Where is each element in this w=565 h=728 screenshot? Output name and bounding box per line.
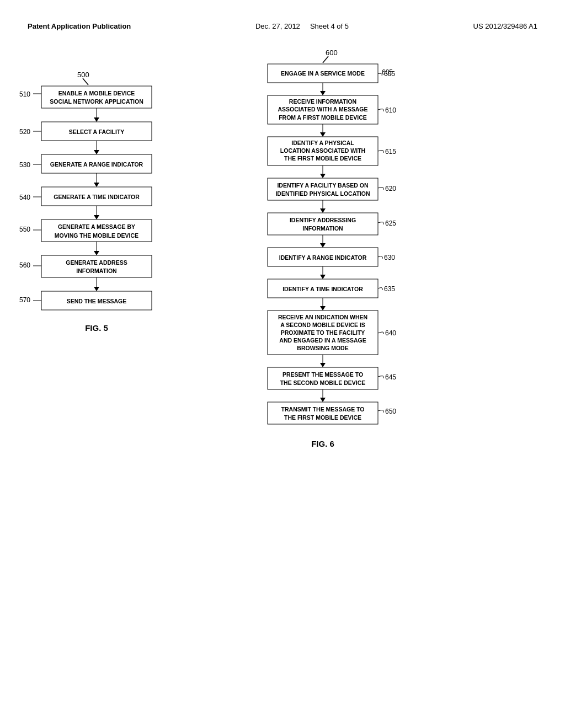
- svg-marker-31: [320, 91, 326, 95]
- header-publication-label: Patent Application Publication: [28, 22, 131, 30]
- fig6-flowchart: 600 ENGAGE IN A SERVICE MODE 605 605 REC…: [237, 44, 419, 651]
- step-615: IDENTIFY A PHYSICAL LOCATION ASSOCIATED …: [268, 137, 396, 165]
- step-620: IDENTIFY A FACILITY BASED ON IDENTIFIED …: [268, 178, 396, 200]
- step-620-ref: 620: [385, 185, 396, 192]
- step-520: 520 SELECT A FACILITY: [19, 122, 152, 141]
- step-610-text2: ASSOCIATED WITH A MESSAGE: [278, 106, 368, 113]
- step-520-label: 520: [19, 128, 30, 136]
- svg-rect-22: [41, 255, 152, 277]
- step-640-text1: RECEIVE AN INDICATION WHEN: [278, 314, 367, 320]
- step-610-text1: RECEIVE INFORMATION: [289, 98, 356, 105]
- step-645-text1: PRESENT THE MESSAGE TO: [282, 371, 363, 378]
- header-date-sheet: Dec. 27, 2012 Sheet 4 of 5: [255, 22, 349, 30]
- svg-rect-56: [268, 402, 378, 424]
- svg-rect-38: [268, 178, 378, 200]
- svg-marker-34: [320, 132, 326, 137]
- step-550-text2: MOVING THE MOBILE DEVICE: [55, 232, 138, 239]
- step-630-text: IDENTIFY A RANGE INDICATOR: [279, 254, 367, 261]
- step-510-text1: ENABLE A MOBILE DEVICE: [58, 90, 135, 97]
- step-560-label: 560: [19, 261, 30, 269]
- step-605-text: ENGAGE IN A SERVICE MODE: [281, 70, 365, 77]
- step-540: 540 GENERATE A TIME INDICATOR: [19, 187, 152, 206]
- step-650-text2: THE FIRST MOBILE DEVICE: [284, 414, 361, 421]
- fig5-flowchart: 500 510 ENABLE A MOBILE DEVICE SOCIAL NE…: [17, 66, 177, 452]
- fig6-ref-num: 600: [326, 49, 338, 57]
- svg-marker-55: [320, 398, 326, 402]
- step-640-text4: AND ENGAGED IN A MESSAGE: [279, 337, 366, 344]
- fig5-ref-num: 500: [77, 71, 89, 79]
- svg-rect-41: [268, 213, 378, 235]
- step-650-text1: TRANSMIT THE MESSAGE TO: [281, 406, 365, 413]
- svg-rect-2: [41, 86, 152, 108]
- step-625-text1: IDENTIFY ADDRESSING: [290, 217, 356, 223]
- step-640-text2: A SECOND MOBILE DEVICE IS: [280, 322, 365, 328]
- step-620-text1: IDENTIFY A FACILITY BASED ON: [277, 182, 368, 189]
- step-540-text: GENERATE A TIME INDICATOR: [54, 194, 140, 200]
- svg-marker-37: [320, 174, 326, 178]
- svg-marker-20: [94, 251, 99, 255]
- step-540-label: 540: [19, 194, 30, 201]
- step-645-text2: THE SECOND MOBILE DEVICE: [280, 379, 366, 386]
- step-645-ref: 645: [385, 373, 396, 381]
- step-645: PRESENT THE MESSAGE TO THE SECOND MOBILE…: [268, 367, 396, 389]
- step-550-text1: GENERATE A MESSAGE BY: [58, 223, 135, 230]
- step-610: RECEIVE INFORMATION ASSOCIATED WITH A ME…: [268, 95, 396, 124]
- step-640-text5: BROWSING MODE: [297, 345, 348, 351]
- svg-marker-24: [94, 287, 99, 291]
- step-615-text1: IDENTIFY A PHYSICAL: [291, 140, 354, 146]
- step-560-text2: INFORMATION: [76, 267, 116, 274]
- page: Patent Application Publication Dec. 27, …: [0, 0, 565, 728]
- step-630: IDENTIFY A RANGE INDICATOR 630: [268, 248, 395, 266]
- step-530-label: 530: [19, 161, 30, 169]
- step-640: RECEIVE AN INDICATION WHEN A SECOND MOBI…: [268, 311, 396, 355]
- page-header: Patent Application Publication Dec. 27, …: [28, 22, 537, 30]
- step-610-text3: FROM A FIRST MOBILE DEVICE: [279, 114, 367, 121]
- svg-line-0: [83, 78, 88, 85]
- step-510-label: 510: [19, 90, 30, 98]
- step-570-label: 570: [19, 296, 30, 304]
- svg-marker-8: [94, 150, 99, 154]
- step-625-ref: 625: [385, 220, 396, 227]
- header-date: Dec. 27, 2012: [255, 22, 300, 30]
- step-570-text: SEND THE MESSAGE: [67, 298, 127, 304]
- step-650-ref: 650: [385, 408, 396, 415]
- step-570: 570 SEND THE MESSAGE: [19, 291, 152, 310]
- step-620-text2: IDENTIFIED PHYSICAL LOCATION: [275, 190, 370, 197]
- step-510: 510 ENABLE A MOBILE DEVICE SOCIAL NETWOR…: [19, 86, 152, 108]
- step-560-text1: GENERATE ADDRESS: [66, 259, 127, 266]
- step-550: 550 GENERATE A MESSAGE BY MOVING THE MOB…: [19, 220, 152, 242]
- step-625: IDENTIFY ADDRESSING INFORMATION 625: [268, 213, 396, 235]
- step-630-ref: 630: [384, 254, 395, 261]
- step-615-text2: LOCATION ASSOCIATED WITH: [280, 147, 365, 154]
- svg-marker-43: [320, 243, 326, 248]
- svg-marker-52: [320, 363, 326, 367]
- step-635-ref: 635: [384, 285, 395, 293]
- svg-rect-53: [268, 367, 378, 389]
- step-640-text3: PROXIMATE TO THE FACILITY: [281, 329, 365, 336]
- step-635-text: IDENTIFY A TIME INDICATOR: [282, 286, 363, 292]
- svg-marker-46: [320, 275, 326, 279]
- fig5-caption: FIG. 5: [85, 323, 108, 333]
- step-615-ref: 615: [385, 148, 396, 156]
- step-650: TRANSMIT THE MESSAGE TO THE FIRST MOBILE…: [268, 402, 396, 424]
- header-patent-num: US 2012/329486 A1: [473, 22, 537, 30]
- step-605-ref: 605: [384, 70, 395, 78]
- svg-marker-4: [94, 117, 99, 122]
- step-530: 530 GENERATE A RANGE INDICATOR: [19, 154, 152, 173]
- svg-marker-12: [94, 183, 99, 187]
- step-520-text: SELECT A FACILITY: [69, 129, 125, 135]
- step-640-ref: 640: [385, 329, 396, 337]
- step-560: 560 GENERATE ADDRESS INFORMATION: [19, 255, 152, 277]
- fig6-caption: FIG. 6: [311, 439, 334, 448]
- step-615-text3: THE FIRST MOBILE DEVICE: [284, 155, 361, 162]
- step-530-text: GENERATE A RANGE INDICATOR: [50, 161, 143, 168]
- svg-line-27: [323, 56, 328, 63]
- step-550-label: 550: [19, 226, 30, 233]
- svg-marker-40: [320, 208, 326, 213]
- step-625-text2: INFORMATION: [302, 225, 343, 232]
- step-605: ENGAGE IN A SERVICE MODE 605: [268, 64, 393, 83]
- svg-marker-49: [320, 306, 326, 311]
- step-635: IDENTIFY A TIME INDICATOR 635: [268, 279, 395, 298]
- step-510-text2: SOCIAL NETWORK APPLICATION: [50, 98, 143, 105]
- header-sheet: Sheet 4 of 5: [310, 22, 349, 30]
